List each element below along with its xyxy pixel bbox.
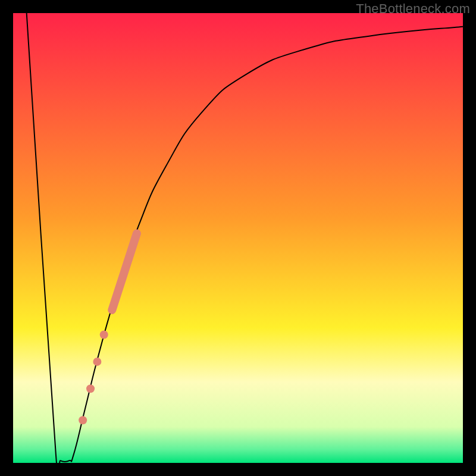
chart-frame: TheBottleneck.com bbox=[0, 0, 476, 476]
highlight-dot bbox=[93, 358, 101, 366]
gradient-background bbox=[13, 13, 463, 463]
highlight-dot bbox=[86, 384, 95, 393]
highlight-dot bbox=[79, 416, 87, 424]
highlight-dot bbox=[100, 331, 108, 339]
plot-area bbox=[13, 13, 463, 463]
chart-svg bbox=[13, 13, 463, 463]
